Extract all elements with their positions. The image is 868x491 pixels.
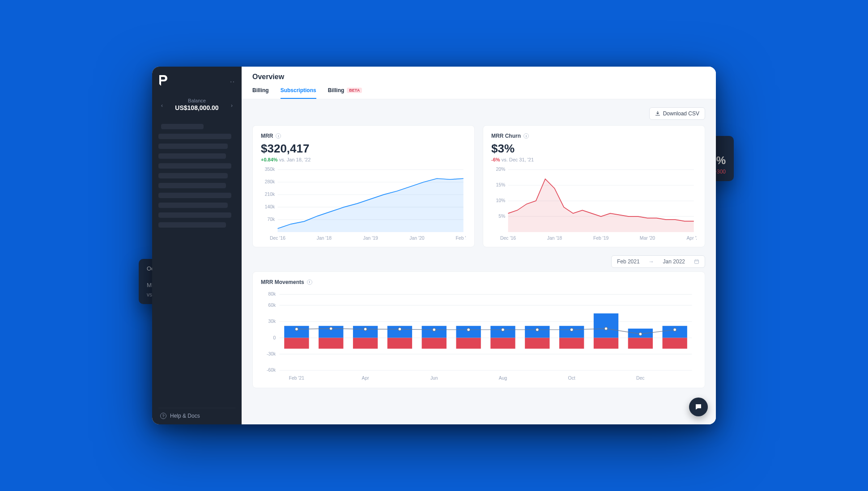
- svg-rect-42: [284, 338, 309, 348]
- svg-text:0: 0: [273, 335, 276, 340]
- svg-point-76: [673, 328, 677, 331]
- header: Overview Billing Subscriptions Billing B…: [242, 67, 716, 99]
- tab-billing[interactable]: Billing: [252, 87, 269, 99]
- svg-rect-57: [559, 326, 584, 338]
- svg-text:60k: 60k: [268, 303, 276, 308]
- help-icon: ?: [160, 413, 166, 419]
- svg-rect-50: [422, 338, 447, 348]
- chat-button[interactable]: [689, 398, 708, 416]
- card-title: MRR Movements: [261, 279, 304, 285]
- svg-rect-44: [319, 338, 343, 348]
- card-value: $3%: [491, 142, 697, 156]
- card-delta-suffix: vs. Dec 31, '21: [502, 157, 534, 162]
- help-label: Help & Docs: [170, 413, 200, 419]
- card-movements: MRR Movements i -60k-30k030k60k80kFeb '2…: [252, 271, 705, 388]
- download-csv-button[interactable]: Download CSV: [649, 107, 705, 120]
- range-from: Feb 2021: [617, 258, 640, 265]
- nav-placeholder: [158, 119, 235, 408]
- more-icon[interactable]: ··: [230, 78, 235, 85]
- card-title: MRR: [261, 133, 273, 139]
- svg-point-73: [570, 328, 573, 331]
- svg-rect-48: [387, 338, 412, 348]
- svg-point-68: [398, 328, 401, 331]
- svg-point-69: [433, 328, 436, 331]
- svg-text:Jan '20: Jan '20: [409, 236, 424, 241]
- svg-rect-53: [490, 326, 515, 338]
- card-delta-suffix: vs. Jan 18, '22: [279, 157, 311, 162]
- svg-text:140k: 140k: [265, 204, 275, 209]
- svg-text:Oct: Oct: [568, 376, 575, 381]
- svg-text:350k: 350k: [265, 167, 275, 172]
- card-delta: +0.84%: [261, 157, 278, 162]
- balance-widget: ‹ Balance US$108,000.00 ›: [158, 95, 235, 116]
- svg-text:Apr: Apr: [362, 376, 370, 381]
- svg-text:Dec '16: Dec '16: [270, 236, 285, 241]
- svg-rect-58: [559, 338, 584, 348]
- info-icon[interactable]: i: [523, 133, 529, 139]
- chat-icon: [694, 403, 702, 411]
- sidebar: ·· ‹ Balance US$108,000.00 › ? Help & Do…: [152, 67, 242, 424]
- card-mrr: MRR i $320,417 +0.84% vs. Jan 18, '22 70…: [252, 125, 475, 247]
- date-range-picker[interactable]: Feb 2021 → Jan 2022: [611, 255, 705, 268]
- info-icon[interactable]: i: [276, 133, 281, 139]
- svg-text:Feb '21: Feb '21: [289, 376, 304, 381]
- calendar-icon: [694, 259, 699, 264]
- svg-text:Apr '21: Apr '21: [686, 236, 697, 241]
- info-icon[interactable]: i: [307, 279, 312, 285]
- svg-point-74: [604, 327, 608, 330]
- download-icon: [655, 111, 660, 116]
- page-title: Overview: [252, 73, 705, 81]
- svg-rect-59: [594, 313, 618, 338]
- balance-label: Balance: [158, 98, 235, 103]
- tab-billing-beta[interactable]: Billing BETA: [328, 87, 362, 99]
- svg-point-71: [502, 328, 505, 331]
- svg-point-72: [536, 328, 539, 331]
- svg-text:Feb '21: Feb '21: [456, 236, 466, 241]
- svg-rect-62: [628, 338, 653, 348]
- svg-rect-52: [456, 338, 481, 348]
- svg-text:20%: 20%: [496, 167, 505, 172]
- svg-rect-63: [663, 326, 687, 338]
- svg-rect-51: [456, 326, 481, 338]
- svg-point-65: [295, 328, 298, 331]
- svg-rect-60: [594, 338, 618, 348]
- card-delta: -6%: [491, 157, 500, 162]
- svg-text:Jan '18: Jan '18: [547, 236, 562, 241]
- tabs: Billing Subscriptions Billing BETA: [252, 87, 705, 99]
- svg-rect-54: [490, 338, 515, 348]
- svg-text:Dec '16: Dec '16: [500, 236, 516, 241]
- chart-movements: -60k-30k030k60k80kFeb '21AprJunAugOctDec: [261, 290, 697, 382]
- main-area: Overview Billing Subscriptions Billing B…: [242, 67, 716, 424]
- svg-rect-64: [663, 338, 687, 348]
- balance-prev[interactable]: ‹: [161, 102, 163, 109]
- svg-text:280k: 280k: [265, 179, 275, 184]
- svg-text:15%: 15%: [496, 182, 505, 187]
- svg-point-70: [467, 328, 470, 331]
- svg-point-75: [639, 333, 642, 336]
- svg-rect-46: [353, 338, 378, 348]
- svg-text:10%: 10%: [496, 198, 505, 203]
- download-label: Download CSV: [663, 110, 699, 117]
- svg-text:Jan '18: Jan '18: [317, 236, 332, 241]
- svg-rect-55: [525, 326, 549, 338]
- help-link[interactable]: ? Help & Docs: [158, 408, 235, 419]
- svg-text:5%: 5%: [498, 214, 505, 219]
- balance-next[interactable]: ›: [231, 102, 233, 109]
- beta-badge: BETA: [347, 88, 362, 93]
- svg-text:Jun: Jun: [430, 376, 438, 381]
- chart-mrr: 70k140k210k280k350kDec '16Jan '18Jan '19…: [261, 167, 466, 241]
- svg-point-67: [364, 328, 367, 331]
- svg-text:30k: 30k: [268, 319, 276, 324]
- card-value: $320,417: [261, 142, 466, 156]
- balance-value: US$108,000.00: [158, 104, 235, 111]
- svg-text:Jan '19: Jan '19: [363, 236, 378, 241]
- svg-text:80k: 80k: [268, 292, 276, 296]
- tab-subscriptions[interactable]: Subscriptions: [281, 87, 316, 99]
- svg-text:Feb '19: Feb '19: [593, 236, 609, 241]
- arrow-right-icon: →: [649, 258, 654, 265]
- svg-text:210k: 210k: [265, 192, 275, 197]
- card-title: MRR Churn: [491, 133, 521, 139]
- svg-rect-28: [695, 260, 699, 263]
- logo-icon: [158, 75, 167, 88]
- svg-text:-30k: -30k: [267, 351, 276, 356]
